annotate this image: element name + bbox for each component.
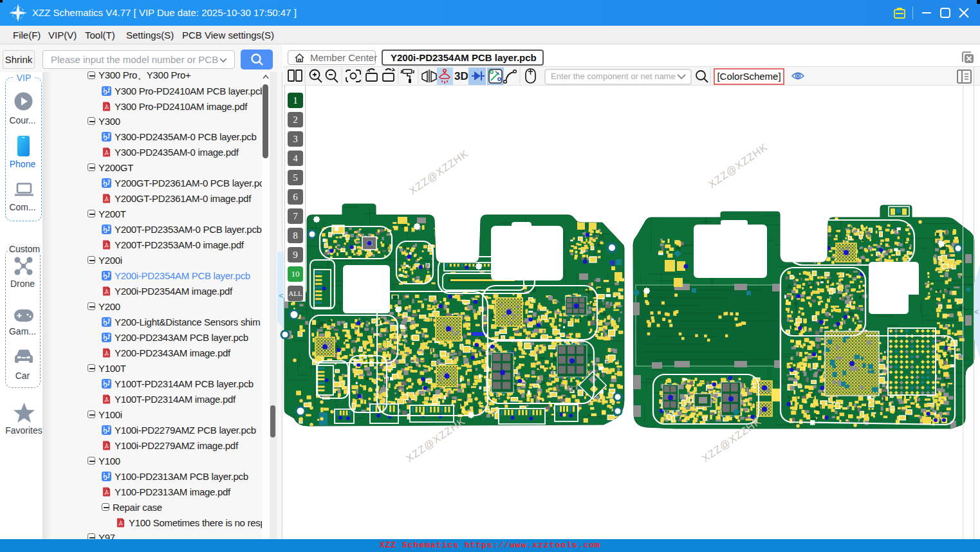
svg-text:XZZ@XZZHK: XZZ@XZZHK <box>407 148 470 197</box>
svg-text:XZZ@XZZHK: XZZ@XZZHK <box>707 142 770 190</box>
